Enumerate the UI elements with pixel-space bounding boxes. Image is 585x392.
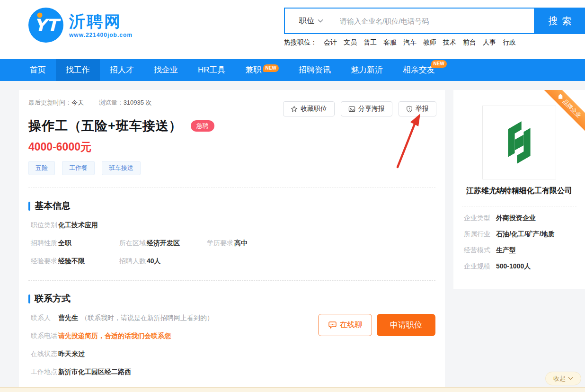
contact-person-note: （联系我时，请说是在新沂招聘网上看到的） <box>81 314 213 321</box>
site-logo[interactable]: YT 沂聘网 www.221400job.com <box>27 7 133 44</box>
company-logo[interactable] <box>482 106 556 179</box>
hot-keyword[interactable]: 会计 <box>324 38 337 47</box>
search-button[interactable]: 搜索 <box>535 8 585 34</box>
hot-keyword[interactable]: 汽车 <box>403 38 417 47</box>
hot-search-row: 热搜职位： 会计 文员 普工 客服 汽车 教师 技术 前台 人事 行政 <box>284 38 516 47</box>
company-name[interactable]: 江苏维尤纳特精细化工有限公司 <box>453 186 585 196</box>
job-tags: 五险 工作餐 班车接送 <box>28 161 141 175</box>
work-address-value: 新沂市化工园区经二路西 <box>58 368 131 376</box>
job-tag: 五险 <box>28 161 55 175</box>
chevron-down-icon <box>318 19 323 23</box>
new-badge: NEW <box>431 60 447 68</box>
updated-value: 今天 <box>71 99 84 106</box>
job-tag: 班车接送 <box>102 161 141 175</box>
search-category-select[interactable]: 职位 <box>285 16 332 26</box>
divider <box>462 206 576 206</box>
report-shield-icon <box>406 106 413 113</box>
online-chat-button[interactable]: 在线聊 <box>318 314 372 336</box>
contact-heading: 联系方式 <box>28 293 71 305</box>
nav-item-find-company[interactable]: 找企业 <box>144 59 188 81</box>
field-label: 招聘人数 <box>119 257 146 266</box>
job-detail-card: 最后更新时间：今天 浏览量：310935 次 收藏职位 分享海报 举报 操作工（… <box>19 90 445 392</box>
views-label: 浏览量： <box>99 99 124 106</box>
job-salary: 4000-6000元 <box>28 140 91 154</box>
field-label: 所在区域 <box>119 239 146 248</box>
field-label: 学历要求 <box>207 239 233 248</box>
job-tag: 工作餐 <box>62 161 95 175</box>
nav-item-home[interactable]: 首页 <box>20 59 56 81</box>
company-field-value: 生产型 <box>496 246 516 255</box>
hot-keyword[interactable]: 前台 <box>463 38 476 47</box>
svg-text:YT: YT <box>34 16 61 35</box>
company-field-label: 企业类型 <box>464 214 490 223</box>
job-action-buttons: 收藏职位 分享海报 举报 <box>283 101 436 116</box>
site-url: www.221400job.com <box>69 32 133 38</box>
company-field-label: 经营模式 <box>464 246 490 255</box>
share-poster-button[interactable]: 分享海报 <box>341 101 392 116</box>
hot-search-label: 热搜职位： <box>284 38 317 47</box>
divider <box>28 280 435 281</box>
hot-keyword[interactable]: 文员 <box>344 38 357 47</box>
urgent-badge: 急聘 <box>191 120 214 132</box>
company-field-label: 企业规模 <box>464 262 490 271</box>
field-label: 招聘性质 <box>31 239 57 248</box>
field-value: 经验不限 <box>58 257 85 266</box>
work-address-label: 工作地点 <box>31 368 57 376</box>
nav-item-hr-tools[interactable]: HR工具 <box>188 59 236 81</box>
field-value: 全职 <box>58 239 71 248</box>
contact-person-value: 曹先生（联系我时，请说是在新沂招聘网上看到的） <box>58 314 213 322</box>
nav-item-find-job[interactable]: 找工作 <box>56 59 100 81</box>
company-logo-icon <box>491 115 547 170</box>
hot-keyword[interactable]: 人事 <box>483 38 496 47</box>
basic-info-heading: 基本信息 <box>28 200 71 212</box>
main-nav: 首页 找工作 招人才 找企业 HR工具 兼职NEW 招聘资讯 魅力新沂 相亲交友… <box>0 59 585 81</box>
bottom-notice-strip <box>0 387 585 392</box>
nav-item-part-time[interactable]: 兼职NEW <box>236 59 289 81</box>
field-label: 经验要求 <box>31 257 57 266</box>
hot-keyword[interactable]: 行政 <box>503 38 516 47</box>
contact-person-label: 联系人 <box>31 314 51 322</box>
nav-item-charm[interactable]: 魅力新沂 <box>341 59 393 81</box>
updated-label: 最后更新时间： <box>28 99 71 106</box>
field-value: 高中 <box>234 239 248 248</box>
new-badge: NEW <box>263 64 279 72</box>
company-card: 品牌企业 江苏维尤纳特精细化工有限公司 企业类型 外商投资企业 所属行业 石油/… <box>453 90 585 289</box>
job-title: 操作工（五险+班车接送） <box>28 117 182 134</box>
contact-phone-label: 联系电话 <box>31 332 57 340</box>
field-label: 职位类别 <box>31 221 57 230</box>
report-button[interactable]: 举报 <box>399 101 436 116</box>
field-value: 40人 <box>147 257 161 266</box>
divider <box>28 187 435 187</box>
chat-bubble-icon <box>328 321 337 329</box>
collapse-button[interactable]: 收起 <box>545 372 581 385</box>
nav-item-find-talent[interactable]: 招人才 <box>100 59 144 81</box>
poster-image-icon <box>348 106 355 113</box>
job-detail-page: YT 沂聘网 www.221400job.com 职位 搜索 热搜职位： 会计 … <box>0 0 585 392</box>
search-input[interactable] <box>332 17 534 25</box>
star-icon <box>291 106 298 113</box>
field-value: 化工技术应用 <box>58 221 98 230</box>
chevron-down-icon <box>568 377 573 380</box>
contact-phone-value: 请先投递简历，合适的话我们会联系您 <box>58 332 171 340</box>
search-box: 职位 <box>284 8 535 34</box>
apply-job-button[interactable]: 申请职位 <box>377 314 435 336</box>
company-field-value: 外商投资企业 <box>496 214 536 223</box>
hot-keyword[interactable]: 客服 <box>383 38 397 47</box>
company-field-label: 所属行业 <box>464 230 490 239</box>
views-value: 310935 次 <box>124 99 152 106</box>
hot-keyword[interactable]: 教师 <box>423 38 436 47</box>
favorite-job-button[interactable]: 收藏职位 <box>283 101 335 116</box>
nav-item-dating[interactable]: 相亲交友NEW <box>393 59 445 81</box>
site-name: 沂聘网 <box>69 12 133 31</box>
online-status-label: 在线状态 <box>31 350 57 358</box>
site-header: YT 沂聘网 www.221400job.com 职位 搜索 热搜职位： 会计 … <box>0 0 585 59</box>
hot-keyword[interactable]: 技术 <box>443 38 456 47</box>
online-status-value: 昨天来过 <box>58 350 85 358</box>
field-value: 经济开发区 <box>147 239 180 248</box>
company-field-value: 石油/化工/矿产/地质 <box>496 230 555 239</box>
search-category-label: 职位 <box>299 16 314 26</box>
hot-keyword[interactable]: 普工 <box>363 38 377 47</box>
job-meta: 最后更新时间：今天 浏览量：310935 次 <box>28 98 152 107</box>
company-field-value: 500-1000人 <box>496 262 531 271</box>
nav-item-news[interactable]: 招聘资讯 <box>289 59 341 81</box>
